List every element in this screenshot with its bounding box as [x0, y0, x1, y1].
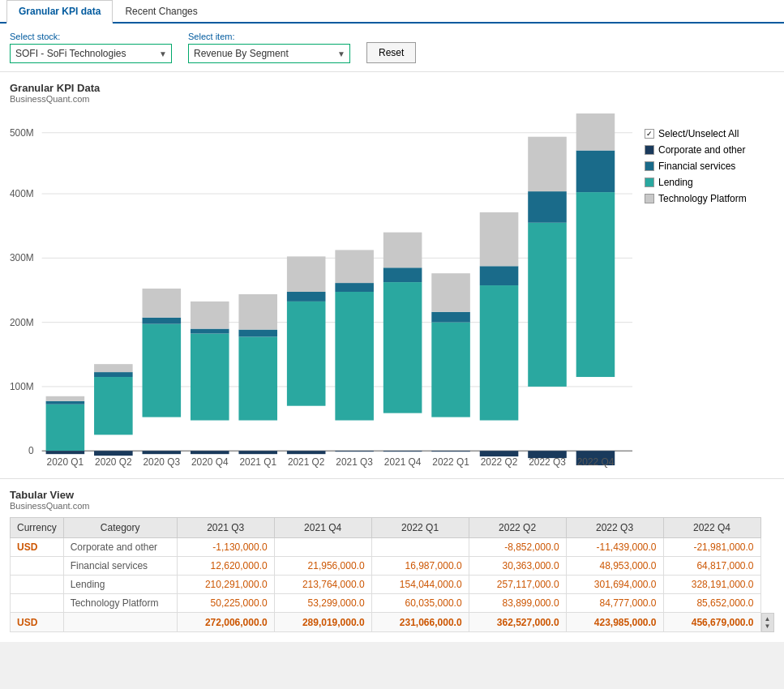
bar-2020q3-financial	[143, 318, 182, 324]
total-v0: 272,006,000.0	[177, 613, 274, 632]
tab-bar: Granular KPI data Recent Changes	[0, 0, 784, 24]
table-title: Tabular View	[10, 489, 774, 501]
total-category	[63, 613, 177, 632]
svg-text:2021 Q3: 2021 Q3	[336, 456, 373, 468]
stock-select[interactable]: SOFI - SoFi Technologies	[10, 44, 172, 63]
legend-item-lending[interactable]: Lending	[645, 177, 774, 188]
total-v5: 456,679,000.0	[663, 613, 760, 632]
row1-v2: 16,987,000.0	[371, 557, 469, 576]
bar-2020q2-financial	[94, 372, 133, 377]
bar-2021q4-tech	[383, 233, 422, 268]
col-currency: Currency	[11, 518, 64, 538]
stock-select-wrapper: SOFI - SoFi Technologies ▼	[10, 44, 172, 63]
legend-item-financial[interactable]: Financial services	[645, 160, 774, 172]
row0-v4: -11,439,000.0	[566, 538, 663, 557]
bar-2020q4-tech	[191, 302, 229, 329]
svg-text:500M: 500M	[10, 127, 34, 139]
chart-container: 500M 400M 300M 200M 100M 0	[10, 112, 774, 469]
table-subtitle: BusinessQuant.com	[10, 501, 774, 511]
row3-currency	[11, 594, 64, 613]
bar-2022q1-corporate	[431, 451, 470, 451]
row3-v1: 53,299,000.0	[274, 594, 371, 613]
bar-2020q3-corporate	[143, 451, 182, 454]
bar-2021q4-lending	[383, 282, 422, 413]
bar-2021q3-tech	[335, 250, 374, 283]
row0-v1	[274, 538, 371, 557]
row1-v1: 21,956,000.0	[274, 557, 371, 576]
total-v2: 231,066,000.0	[371, 613, 469, 632]
svg-text:300M: 300M	[10, 252, 34, 263]
row3-v0: 50,225,000.0	[177, 594, 274, 613]
svg-text:2020 Q4: 2020 Q4	[191, 456, 229, 468]
row2-v5: 328,191,000.0	[663, 576, 760, 594]
row2-v2: 154,044,000.0	[371, 576, 469, 594]
col-2022q4: 2022 Q4	[663, 518, 760, 538]
row1-category: Financial services	[63, 557, 177, 576]
item-control: Select item: Revenue By Segment ▼	[188, 32, 350, 63]
svg-text:100M: 100M	[10, 381, 34, 392]
chart-area: 500M 400M 300M 200M 100M 0	[10, 112, 636, 469]
row0-category: Corporate and other	[63, 538, 177, 557]
tab-recent-changes[interactable]: Recent Changes	[113, 0, 209, 24]
bar-2020q4-financial	[191, 329, 229, 334]
row0-v5: -21,981,000.0	[663, 538, 760, 557]
table-section: Tabular View BusinessQuant.com Currency …	[0, 479, 784, 642]
item-select[interactable]: Revenue By Segment	[188, 44, 350, 63]
total-scroll-spacer: ▲ ▼	[760, 613, 774, 632]
row3-v5: 85,652,000.0	[663, 594, 760, 613]
legend-item-tech[interactable]: Technology Platform	[645, 193, 774, 204]
reset-button[interactable]: Reset	[366, 42, 416, 63]
bar-2021q2-tech	[287, 256, 326, 292]
svg-text:2021 Q4: 2021 Q4	[384, 456, 422, 468]
bar-2020q3-lending	[143, 324, 182, 417]
bar-2022q3-lending	[528, 223, 567, 387]
select-all-checkbox[interactable]: ✓	[645, 129, 654, 139]
col-2021q4: 2021 Q4	[274, 518, 371, 538]
row1-v4: 48,953,000.0	[566, 557, 663, 576]
svg-text:2020 Q3: 2020 Q3	[144, 456, 181, 468]
row0-v3: -8,852,000.0	[469, 538, 566, 557]
bar-2022q4-tech	[576, 113, 615, 151]
lending-color	[645, 178, 654, 187]
stock-control: Select stock: SOFI - SoFi Technologies ▼	[10, 32, 172, 63]
stock-label: Select stock:	[10, 32, 172, 41]
bar-2021q4-corporate	[383, 451, 422, 451]
bar-2021q3-lending	[335, 292, 374, 421]
row2-v4: 301,694,000.0	[566, 576, 663, 594]
bar-2022q2-financial	[480, 266, 519, 285]
row0-currency: USD	[11, 538, 64, 557]
corporate-color	[645, 145, 654, 155]
bar-2020q1-lending	[46, 404, 85, 451]
bar-2022q2-lending	[480, 285, 519, 420]
bar-2022q3-tech	[528, 137, 567, 191]
bar-2020q4-lending	[191, 334, 229, 421]
row3-v3: 83,899,000.0	[469, 594, 566, 613]
tech-label: Technology Platform	[658, 193, 747, 204]
bar-2022q3-financial	[528, 191, 567, 223]
svg-text:2022 Q3: 2022 Q3	[529, 456, 566, 468]
legend-select-all[interactable]: ✓ Select/Unselect All	[645, 128, 774, 139]
col-2022q1: 2022 Q1	[371, 518, 469, 538]
row2-v1: 213,764,000.0	[274, 576, 371, 594]
item-label: Select item:	[188, 32, 350, 41]
bar-2020q3-tech	[143, 289, 182, 318]
chart-title: Granular KPI Data	[10, 82, 774, 94]
row1-v0: 12,620,000.0	[177, 557, 274, 576]
bar-2021q2-corporate	[287, 451, 326, 454]
bar-2020q1-tech	[46, 396, 85, 401]
row2-currency	[11, 576, 64, 594]
col-category: Category	[63, 518, 177, 538]
bar-2020q2-lending	[94, 377, 133, 434]
col-scroll	[760, 518, 774, 538]
bar-2020q2-tech	[94, 364, 133, 372]
lending-label: Lending	[658, 177, 693, 188]
total-v1: 289,019,000.0	[274, 613, 371, 632]
svg-text:2020 Q1: 2020 Q1	[47, 456, 84, 468]
row3-v2: 60,035,000.0	[371, 594, 469, 613]
legend-item-corporate[interactable]: Corporate and other	[645, 144, 774, 156]
bar-2021q2-lending	[287, 302, 326, 406]
corporate-label: Corporate and other	[658, 144, 745, 156]
bar-2021q1-corporate	[238, 451, 277, 454]
row2-v3: 257,117,000.0	[469, 576, 566, 594]
tab-granular-kpi[interactable]: Granular KPI data	[6, 0, 113, 24]
